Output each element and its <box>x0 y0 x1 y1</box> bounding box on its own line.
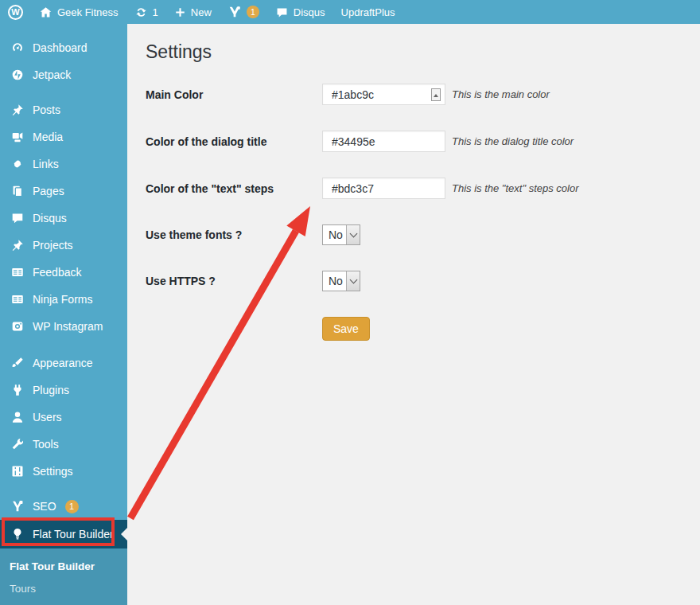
field-help-text: This is the dialog title color <box>452 135 574 147</box>
admin-topbar: W Geek Fitness 1 New 1 Disqus UpdraftPlu… <box>0 0 700 24</box>
yoast-seo-menu[interactable]: 1 <box>220 0 267 24</box>
instagram-icon <box>10 318 25 334</box>
settings-row: Main ColorThis is the main color <box>146 84 700 105</box>
select-value: No <box>323 271 346 291</box>
field-label: Use HTTPS ? <box>146 275 322 287</box>
color-picker-icon[interactable] <box>431 88 441 101</box>
dropdown-select[interactable]: No <box>322 271 360 291</box>
chevron-down-icon <box>346 271 360 291</box>
save-button[interactable]: Save <box>322 317 370 341</box>
sidebar-item-posts[interactable]: Posts <box>0 96 127 123</box>
color-value-input[interactable] <box>322 131 445 152</box>
sidebar-item-label: Plugins <box>33 384 69 396</box>
sidebar-item-label: WP Instagram <box>33 320 103 333</box>
disqus-menu[interactable]: Disqus <box>267 0 333 24</box>
links-icon <box>10 156 25 172</box>
sidebar-item-label: Pages <box>33 185 64 197</box>
sidebar-item-label: Dashboard <box>33 41 88 54</box>
sidebar-item-label: Ninja Forms <box>33 293 92 306</box>
submenu-item-flat-tour-builder[interactable]: Flat Tour Builder <box>0 555 127 577</box>
field-label: Color of the dialog title <box>146 135 322 148</box>
sidebar-item-label: Appearance <box>33 357 93 369</box>
color-value-input[interactable] <box>322 84 445 105</box>
sidebar-item-pages[interactable]: Pages <box>0 178 127 205</box>
appearance-icon <box>10 355 25 371</box>
home-icon <box>39 6 52 19</box>
settings-form: Main ColorThis is the main colorColor of… <box>146 84 700 341</box>
plugins-icon <box>10 382 25 398</box>
sidebar-item-flat-tour-builder[interactable]: Flat Tour Builder <box>0 520 127 548</box>
sidebar-item-dashboard[interactable]: Dashboard <box>0 34 127 61</box>
chevron-down-icon <box>346 225 360 244</box>
sidebar-item-label: Media <box>33 131 63 143</box>
dropdown-select[interactable]: No <box>322 224 360 245</box>
sidebar-item-projects[interactable]: Projects <box>0 232 127 259</box>
disqus-icon <box>10 210 25 226</box>
pages-icon <box>10 183 25 199</box>
feedback-icon <box>10 264 25 280</box>
notification-badge: 1 <box>65 500 79 513</box>
sidebar-item-users[interactable]: Users <box>0 404 127 431</box>
seo-icon <box>10 498 25 514</box>
sidebar-item-feedback[interactable]: Feedback <box>0 259 127 286</box>
sidebar-item-label: Tools <box>33 438 59 451</box>
sidebar-item-seo[interactable]: SEO1 <box>0 493 127 520</box>
disqus-label: Disqus <box>294 6 325 18</box>
sidebar-item-label: Users <box>33 411 62 424</box>
color-value-input[interactable] <box>322 178 445 199</box>
speech-bubble-icon <box>275 6 289 19</box>
updates-count: 1 <box>153 6 158 18</box>
new-content-button[interactable]: New <box>166 0 220 24</box>
sidebar-item-media[interactable]: Media <box>0 123 127 150</box>
submenu-item-tours[interactable]: Tours <box>0 577 127 599</box>
updraftplus-menu[interactable]: UpdraftPlus <box>333 0 403 24</box>
sidebar-item-label: Posts <box>33 103 60 116</box>
settings-row: Use HTTPS ?No <box>146 271 700 291</box>
select-value: No <box>323 225 346 244</box>
settings-row: Color of the dialog titleThis is the dia… <box>146 131 700 152</box>
settings-page: Settings Main ColorThis is the main colo… <box>127 24 700 605</box>
settings-icon <box>10 463 25 479</box>
flat-tour-builder-submenu: Flat Tour BuilderTours <box>0 548 127 605</box>
field-label: Color of the "text" steps <box>146 182 322 195</box>
sidebar-menu: DashboardJetpackPostsMediaLinksPagesDisq… <box>0 24 127 548</box>
wordpress-logo-icon: W <box>8 5 23 20</box>
dashboard-icon <box>10 40 25 56</box>
page-title: Settings <box>146 41 700 63</box>
admin-sidebar: DashboardJetpackPostsMediaLinksPagesDisq… <box>0 24 127 605</box>
sidebar-item-links[interactable]: Links <box>0 150 127 178</box>
sidebar-item-label: Jetpack <box>33 68 71 81</box>
sidebar-item-plugins[interactable]: Plugins <box>0 377 127 404</box>
new-label: New <box>191 6 212 18</box>
sidebar-item-wp-instagram[interactable]: WP Instagram <box>0 313 127 340</box>
yoast-icon <box>228 5 242 19</box>
sidebar-item-label: Flat Tour Builder <box>33 528 114 541</box>
tools-icon <box>10 436 25 452</box>
sidebar-item-settings[interactable]: Settings <box>0 458 127 485</box>
sidebar-item-label: Feedback <box>33 266 81 279</box>
updraftplus-label: UpdraftPlus <box>341 6 395 18</box>
field-label: Use theme fonts ? <box>146 228 322 241</box>
sidebar-item-label: SEO <box>33 500 56 513</box>
plus-icon <box>174 6 186 18</box>
tour-icon <box>10 526 25 542</box>
sidebar-item-label: Links <box>33 158 59 170</box>
field-label: Main Color <box>146 88 322 101</box>
sidebar-item-appearance[interactable]: Appearance <box>0 349 127 377</box>
sidebar-item-label: Disqus <box>33 212 67 224</box>
save-row: Save <box>146 317 700 341</box>
sidebar-item-disqus[interactable]: Disqus <box>0 205 127 232</box>
wordpress-menu[interactable]: W <box>0 0 31 24</box>
ninja-forms-icon <box>10 291 25 307</box>
settings-row: Use theme fonts ?No <box>146 224 700 245</box>
sidebar-item-ninja-forms[interactable]: Ninja Forms <box>0 286 127 313</box>
sidebar-item-label: Projects <box>33 239 73 252</box>
site-name-label: Geek Fitness <box>57 6 119 18</box>
field-help-text: This is the "text" steps color <box>452 182 579 194</box>
site-name-link[interactable]: Geek Fitness <box>31 0 126 24</box>
sidebar-item-label: Settings <box>33 465 73 478</box>
posts-icon <box>10 102 25 118</box>
sidebar-item-jetpack[interactable]: Jetpack <box>0 61 127 88</box>
updates-link[interactable]: 1 <box>126 0 166 24</box>
sidebar-item-tools[interactable]: Tools <box>0 431 127 458</box>
